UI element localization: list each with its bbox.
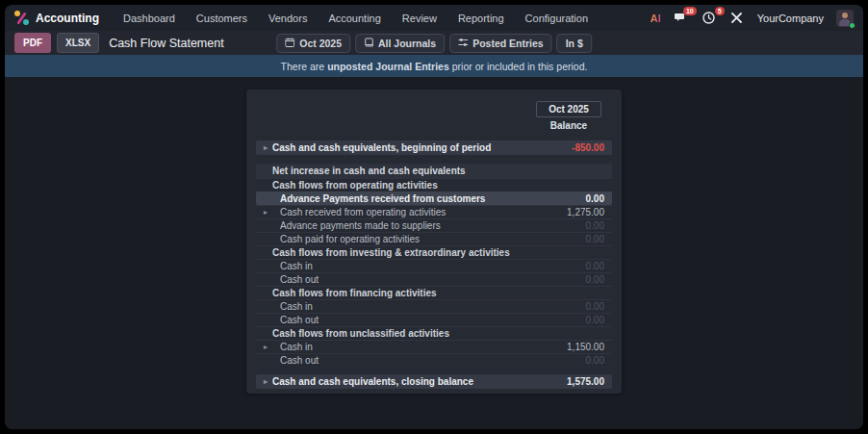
messages-icon[interactable]: 10 xyxy=(674,11,689,26)
row-label: Cash out xyxy=(280,355,586,366)
row-value: 0.00 xyxy=(586,315,604,325)
book-icon xyxy=(364,38,373,49)
report-row[interactable]: ▸Cash received from operating activities… xyxy=(256,205,612,218)
app-name[interactable]: Accounting xyxy=(36,12,99,25)
row-value: 1,575.00 xyxy=(567,376,604,387)
user-avatar[interactable] xyxy=(836,10,854,27)
nav-item-customers[interactable]: Customers xyxy=(188,9,256,28)
row-label: Cash in xyxy=(280,301,586,312)
row-value: 0.00 xyxy=(586,274,604,285)
row-label: Cash flows from investing & extraordinar… xyxy=(272,247,604,258)
row-label: Advance payments made to suppliers xyxy=(280,220,586,231)
cash-flow-report-card: Oct 2025 Balance ▸Cash and cash equivale… xyxy=(246,89,622,394)
report-row[interactable]: Cash in0.00 xyxy=(256,299,612,313)
report-row[interactable]: Advance Payments received from customers… xyxy=(256,191,612,205)
report-row[interactable]: Advance payments made to suppliers0.00 xyxy=(256,218,612,232)
report-area: Oct 2025 Balance ▸Cash and cash equivale… xyxy=(5,77,863,429)
row-label: Cash out xyxy=(280,274,586,285)
row-label: Cash out xyxy=(280,315,586,325)
report-row[interactable]: Cash flows from investing & extraordinar… xyxy=(256,245,612,259)
report-row[interactable]: Cash out0.00 xyxy=(256,353,612,367)
calendar-icon xyxy=(285,38,294,49)
row-label: Cash in xyxy=(280,261,586,271)
activities-badge: 5 xyxy=(715,7,725,15)
xlsx-button[interactable]: XLSX xyxy=(57,33,99,53)
unposted-entries-banner: There are unposted Journal Entries prior… xyxy=(5,55,863,77)
messages-badge: 10 xyxy=(683,7,697,15)
nav-item-configuration[interactable]: Configuration xyxy=(517,9,597,28)
pdf-button[interactable]: PDF xyxy=(14,33,51,53)
report-row[interactable]: Cash flows from operating activities xyxy=(256,178,612,191)
row-value: 0.00 xyxy=(586,355,604,366)
filter-buttons: Oct 2025All JournalsPosted EntriesIn $ xyxy=(276,34,592,53)
ai-icon[interactable]: AI xyxy=(651,13,661,24)
row-value: 0.00 xyxy=(586,220,604,231)
nav-item-review[interactable]: Review xyxy=(394,9,446,28)
row-label: Cash received from operating activities xyxy=(280,207,567,217)
report-row[interactable]: Cash paid for operating activities0.00 xyxy=(256,232,612,245)
company-name[interactable]: YourCompany xyxy=(757,13,824,24)
nav-menu: DashboardCustomersVendorsAccountingRevie… xyxy=(115,9,597,28)
row-label: Cash and cash equivalents, closing balan… xyxy=(272,376,567,387)
filter-label: In $ xyxy=(566,38,583,49)
row-label: Cash flows from operating activities xyxy=(272,180,604,191)
report-row[interactable]: Cash out0.00 xyxy=(256,272,612,286)
filter-oct-2025[interactable]: Oct 2025 xyxy=(276,34,350,53)
expand-caret-icon[interactable]: ▸ xyxy=(264,143,272,152)
filter-all-journals[interactable]: All Journals xyxy=(355,34,445,53)
tools-icon[interactable] xyxy=(729,11,745,26)
nav-item-vendors[interactable]: Vendors xyxy=(260,9,316,28)
row-value: -850.00 xyxy=(572,142,604,153)
sliders-icon xyxy=(458,38,468,49)
period-column-header[interactable]: Oct 2025 xyxy=(536,101,601,117)
report-row[interactable]: ▸Cash and cash equivalents, closing bala… xyxy=(256,374,612,389)
filter-label: Posted Entries xyxy=(472,38,544,49)
app-window: Accounting DashboardCustomersVendorsAcco… xyxy=(5,5,863,429)
row-label: Cash flows from unclassified activities xyxy=(272,328,604,339)
row-label: Net increase in cash and cash equivalent… xyxy=(272,166,604,176)
banner-text-post: prior or included in this period. xyxy=(452,61,588,72)
top-navbar: Accounting DashboardCustomersVendorsAcco… xyxy=(5,5,863,31)
row-value: 0.00 xyxy=(586,261,604,271)
expand-caret-icon[interactable]: ▸ xyxy=(264,377,272,386)
report-row[interactable]: Cash flows from financing activities xyxy=(256,286,612,299)
banner-text-pre: There are xyxy=(281,61,325,72)
report-row[interactable]: Net increase in cash and cash equivalent… xyxy=(256,164,612,178)
online-status-dot xyxy=(849,22,855,29)
report-rows: ▸Cash and cash equivalents, beginning of… xyxy=(256,140,612,389)
row-label: Advance Payments received from customers xyxy=(280,193,586,204)
row-label: Cash paid for operating activities xyxy=(280,234,586,244)
row-value: 1,150.00 xyxy=(567,342,604,352)
filter-posted-entries[interactable]: Posted Entries xyxy=(449,34,552,53)
row-value: 0.00 xyxy=(586,193,604,204)
systray: AI 10 5 YourCompany xyxy=(651,10,854,27)
row-label: Cash flows from financing activities xyxy=(272,288,604,298)
row-label: Cash in xyxy=(280,342,567,352)
filter-label: Oct 2025 xyxy=(299,38,342,49)
report-row[interactable]: Cash out0.00 xyxy=(256,313,612,326)
accounting-app-icon[interactable] xyxy=(14,11,29,25)
control-panel: PDF XLSX Cash Flow Statement Oct 2025All… xyxy=(5,31,863,55)
banner-text-bold: unposted Journal Entries xyxy=(327,61,449,72)
filter-label: All Journals xyxy=(378,38,436,49)
row-label: Cash and cash equivalents, beginning of … xyxy=(272,142,572,153)
row-value: 0.00 xyxy=(586,301,604,312)
nav-item-dashboard[interactable]: Dashboard xyxy=(115,9,184,28)
nav-item-accounting[interactable]: Accounting xyxy=(319,9,389,28)
report-row[interactable]: Cash in0.00 xyxy=(256,259,612,272)
nav-item-reporting[interactable]: Reporting xyxy=(449,9,513,28)
expand-caret-icon[interactable]: ▸ xyxy=(264,343,272,351)
activities-icon[interactable]: 5 xyxy=(702,11,717,26)
page-title: Cash Flow Statement xyxy=(109,37,224,50)
filter-in-[interactable]: In $ xyxy=(557,34,592,53)
report-row[interactable]: ▸Cash and cash equivalents, beginning of… xyxy=(256,140,612,155)
row-value: 0.00 xyxy=(586,234,604,244)
row-value: 1,275.00 xyxy=(567,207,604,217)
report-row[interactable]: Cash flows from unclassified activities xyxy=(256,326,612,340)
balance-column-header: Balance xyxy=(536,120,601,131)
report-row[interactable]: ▸Cash in1,150.00 xyxy=(256,340,612,353)
report-header: Oct 2025 Balance xyxy=(256,101,612,131)
expand-caret-icon[interactable]: ▸ xyxy=(264,208,272,217)
